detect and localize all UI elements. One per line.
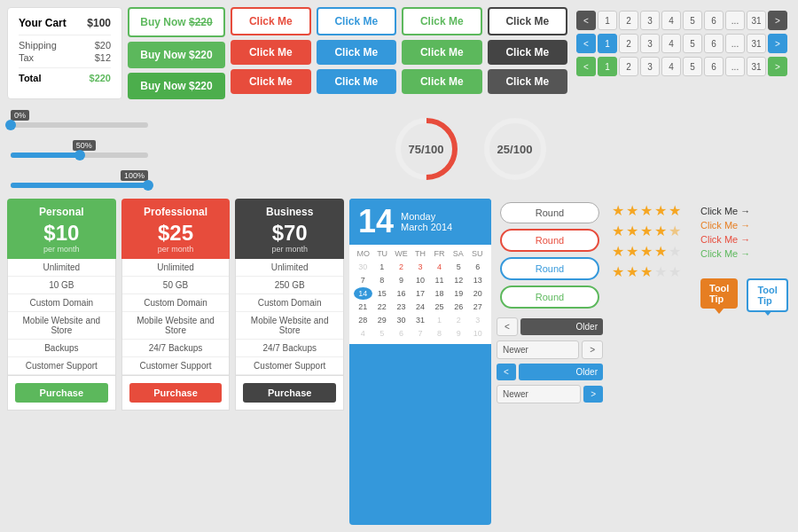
cal-cell[interactable]: 17 [411, 287, 430, 300]
cal-cell[interactable]: 29 [373, 314, 392, 326]
page-31-dark[interactable]: 31 [747, 11, 766, 30]
click-solid-dark2[interactable]: Click Me [488, 69, 568, 94]
cal-cell[interactable]: 28 [354, 314, 372, 326]
buy-now-solid-button[interactable]: Buy Now $220 [128, 42, 225, 68]
page-31-blue[interactable]: 31 [747, 34, 766, 53]
click-solid-blue[interactable]: Click Me [317, 40, 397, 65]
page-6-green[interactable]: 6 [704, 57, 724, 76]
cal-cell[interactable]: 4 [354, 327, 372, 340]
newer-light[interactable]: Newer [497, 340, 579, 359]
click-solid-blue2[interactable]: Click Me [317, 69, 397, 94]
cal-cell[interactable]: 20 [468, 287, 487, 300]
page-1-green[interactable]: 1 [598, 57, 617, 76]
next-page-dark[interactable]: > [768, 11, 787, 30]
cal-cell[interactable]: 26 [450, 301, 468, 313]
cal-cell[interactable]: 2 [450, 314, 468, 326]
cal-cell[interactable]: 10 [411, 274, 430, 286]
cal-cell[interactable]: 24 [411, 301, 430, 313]
cal-cell[interactable]: 1 [373, 261, 392, 273]
cal-cell[interactable]: 11 [430, 274, 449, 286]
click-outline-red[interactable]: Click Me [231, 7, 311, 35]
cal-cell[interactable]: 19 [450, 287, 468, 300]
round-btn-red[interactable]: Round [500, 229, 599, 252]
prev-page-dark[interactable]: < [576, 11, 596, 30]
cal-cell[interactable]: 22 [373, 301, 392, 313]
cal-cell[interactable]: 30 [354, 261, 372, 273]
purchase-personal-button[interactable]: Purchase [15, 383, 108, 403]
slider-50-track[interactable] [11, 153, 148, 158]
cal-cell[interactable]: 2 [392, 261, 411, 273]
page-6-blue[interactable]: 6 [704, 34, 724, 53]
click-solid-red2[interactable]: Click Me [231, 69, 311, 94]
link-btn-red[interactable]: Click Me → [700, 234, 788, 245]
prev-page-blue[interactable]: < [576, 34, 596, 53]
click-solid-green2[interactable]: Click Me [402, 69, 482, 94]
buy-now-outline-button[interactable]: Buy Now $220 [128, 7, 225, 37]
cal-cell[interactable]: 12 [450, 274, 468, 286]
cal-cell[interactable]: 9 [450, 327, 468, 340]
page-1-blue[interactable]: 1 [598, 34, 617, 53]
buy-now-solid2-button[interactable]: Buy Now $220 [128, 73, 225, 99]
link-btn-orange[interactable]: Click Me → [700, 220, 788, 231]
page-3-dark[interactable]: 3 [640, 11, 660, 30]
next-page-green[interactable]: > [768, 57, 787, 76]
click-outline-green[interactable]: Click Me [402, 7, 482, 35]
page-31-green[interactable]: 31 [747, 57, 766, 76]
page-4-green[interactable]: 4 [661, 57, 681, 76]
cal-today[interactable]: 14 [354, 287, 372, 300]
cal-cell[interactable]: 30 [392, 314, 411, 326]
slider-0-track[interactable] [11, 122, 148, 128]
cal-cell[interactable]: 25 [430, 301, 449, 313]
page-4-blue[interactable]: 4 [661, 34, 681, 53]
link-btn-black[interactable]: Click Me → [700, 206, 788, 216]
cal-cell[interactable]: 8 [373, 274, 392, 286]
cal-cell[interactable]: 4 [430, 261, 449, 273]
cal-cell[interactable]: 21 [354, 301, 372, 313]
next-blue[interactable]: > [583, 386, 603, 403]
page-3-blue[interactable]: 3 [640, 34, 660, 53]
page-5-dark[interactable]: 5 [683, 11, 702, 30]
page-5-blue[interactable]: 5 [683, 34, 702, 53]
click-solid-dark[interactable]: Click Me [488, 40, 568, 65]
page-2-dark[interactable]: 2 [619, 11, 638, 30]
click-solid-red[interactable]: Click Me [231, 40, 311, 65]
cal-cell[interactable]: 23 [392, 301, 411, 313]
cal-cell[interactable]: 6 [468, 261, 487, 273]
cal-cell[interactable]: 16 [392, 287, 411, 300]
cal-cell[interactable]: 3 [468, 314, 487, 326]
prev-blue[interactable]: < [497, 364, 516, 380]
cal-cell[interactable]: 5 [373, 327, 392, 340]
cal-cell[interactable]: 6 [392, 327, 411, 340]
page-6-dark[interactable]: 6 [704, 11, 724, 30]
purchase-business-button[interactable]: Purchase [243, 383, 336, 403]
click-outline-dark[interactable]: Click Me [488, 7, 568, 35]
cal-cell[interactable]: 8 [430, 327, 449, 340]
cal-cell[interactable]: 1 [430, 314, 449, 326]
round-btn-gray[interactable]: Round [500, 202, 599, 223]
page-4-dark[interactable]: 4 [661, 11, 681, 30]
cal-cell[interactable]: 3 [411, 261, 430, 273]
round-btn-blue[interactable]: Round [500, 257, 599, 280]
cal-cell[interactable]: 13 [468, 274, 487, 286]
cal-cell[interactable]: 15 [373, 287, 392, 300]
cal-cell[interactable]: 27 [468, 301, 487, 313]
older-dark[interactable]: Older [520, 318, 603, 335]
page-3-green[interactable]: 3 [640, 57, 660, 76]
page-5-green[interactable]: 5 [683, 57, 702, 76]
next-light[interactable]: > [582, 340, 603, 359]
cal-cell[interactable]: 7 [411, 327, 430, 340]
older-blue[interactable]: Older [519, 364, 603, 380]
cal-cell[interactable]: 7 [354, 274, 372, 286]
prev-page-green[interactable]: < [576, 57, 596, 76]
link-btn-green[interactable]: Click Me → [700, 248, 788, 259]
next-page-blue[interactable]: > [768, 34, 787, 53]
click-solid-green[interactable]: Click Me [402, 40, 482, 65]
newer-light2[interactable]: Newer [497, 385, 581, 403]
cal-cell[interactable]: 31 [411, 314, 430, 326]
click-outline-blue[interactable]: Click Me [317, 7, 397, 35]
cal-cell[interactable]: 9 [392, 274, 411, 286]
slider-100-track[interactable] [11, 183, 148, 188]
page-2-green[interactable]: 2 [619, 57, 638, 76]
purchase-professional-button[interactable]: Purchase [129, 383, 223, 403]
cal-cell[interactable]: 5 [450, 261, 468, 273]
